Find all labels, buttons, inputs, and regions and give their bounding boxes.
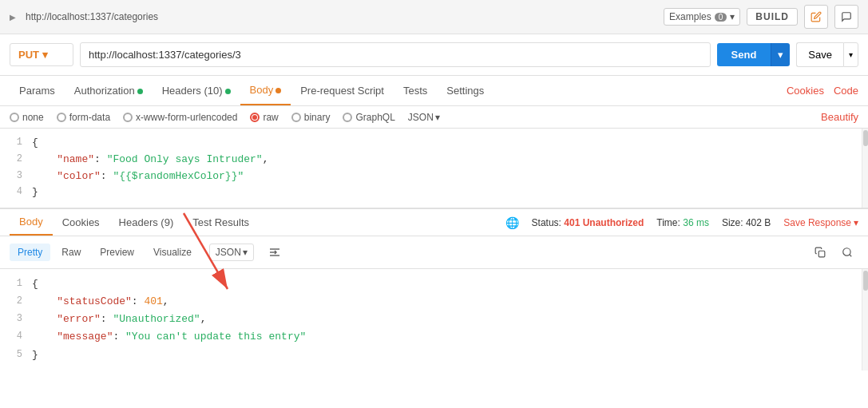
req-line-3: 3 "color": "{{$randomHexColor}}" xyxy=(0,168,868,185)
send-button[interactable]: Send xyxy=(717,43,771,66)
edit-icon-button[interactable] xyxy=(804,5,828,29)
examples-arrow-icon: ▾ xyxy=(730,11,735,22)
resp-tab-body[interactable]: Body xyxy=(10,209,53,236)
radio-form-data-circle xyxy=(57,113,66,122)
globe-icon: 🌐 xyxy=(505,216,519,229)
tabs-bar: Params Authorization Headers (10) Body P… xyxy=(0,76,868,106)
json-format-select[interactable]: JSON ▾ xyxy=(408,112,440,123)
resp-scroll-thumb xyxy=(863,271,868,291)
response-status: 🌐 Status: 401 Unauthorized Time: 36 ms S… xyxy=(505,216,858,229)
send-button-group: Send ▾ xyxy=(717,43,791,66)
build-button[interactable]: BUILD xyxy=(747,8,798,26)
radio-binary-circle xyxy=(291,113,301,122)
radio-urlencoded[interactable]: x-www-form-urlencoded xyxy=(123,112,237,123)
radio-graphql[interactable]: GraphQL xyxy=(343,112,394,123)
url-input[interactable] xyxy=(80,42,711,67)
size-value: 402 B xyxy=(746,217,771,228)
code-link[interactable]: Code xyxy=(834,85,858,97)
save-arrow-button[interactable]: ▾ xyxy=(843,42,858,67)
radio-raw-circle xyxy=(250,113,260,122)
send-arrow-button[interactable]: ▾ xyxy=(771,43,790,66)
examples-button[interactable]: Examples 0 ▾ xyxy=(664,8,740,26)
size-label: Size: 402 B xyxy=(722,217,771,228)
request-bar: PUT ▾ Send ▾ Save ▾ xyxy=(0,34,868,76)
save-button-group: Save ▾ xyxy=(796,42,858,67)
time-value: 36 ms xyxy=(683,217,709,228)
radio-graphql-circle xyxy=(343,113,352,122)
tab-body[interactable]: Body xyxy=(240,76,291,105)
request-body-code: 1 { 2 "name": "Food Only says Intruder",… xyxy=(0,129,868,209)
tab-params[interactable]: Params xyxy=(10,77,65,105)
copy-response-button[interactable] xyxy=(809,241,831,263)
tab-headers[interactable]: Headers (10) xyxy=(153,77,240,105)
beautify-button[interactable]: Beautify xyxy=(821,111,858,123)
tab-settings[interactable]: Settings xyxy=(437,77,493,105)
response-body-code: 1 { 2 "statusCode": 401, 3 "error": "Una… xyxy=(0,269,868,370)
method-label: PUT xyxy=(18,49,39,61)
resp-tab-cookies[interactable]: Cookies xyxy=(53,210,109,235)
resp-line-1: 1 { xyxy=(0,275,868,293)
top-bar: ▶ http://localhost:1337/categories Examp… xyxy=(0,0,868,34)
tabs-right: Cookies Code xyxy=(787,85,858,97)
resp-json-format-select[interactable]: JSON ▾ xyxy=(209,244,254,261)
json-arrow-icon: ▾ xyxy=(435,112,440,123)
tab-tests[interactable]: Tests xyxy=(394,77,437,105)
req-line-4: 4 } xyxy=(0,184,868,201)
req-scroll-bar[interactable] xyxy=(862,129,868,208)
tab-authorization[interactable]: Authorization xyxy=(65,77,153,105)
expand-arrow[interactable]: ▶ xyxy=(10,13,16,22)
response-view-bar: Pretty Raw Preview Visualize JSON ▾ xyxy=(0,236,868,269)
save-button[interactable]: Save xyxy=(796,42,843,67)
time-label: Time: 36 ms xyxy=(656,217,709,228)
req-line-2: 2 "name": "Food Only says Intruder", xyxy=(0,152,868,168)
cookies-link[interactable]: Cookies xyxy=(787,85,824,97)
resp-tab-test-results[interactable]: Test Results xyxy=(183,210,259,235)
resp-view-raw[interactable]: Raw xyxy=(54,244,89,261)
radio-none[interactable]: none xyxy=(10,112,44,123)
radio-form-data[interactable]: form-data xyxy=(57,112,110,123)
resp-tab-headers[interactable]: Headers (9) xyxy=(109,210,184,235)
req-line-1: 1 { xyxy=(0,135,868,152)
resp-view-preview[interactable]: Preview xyxy=(92,244,142,261)
body-type-bar: none form-data x-www-form-urlencoded raw… xyxy=(0,106,868,129)
resp-view-pretty[interactable]: Pretty xyxy=(10,244,50,261)
svg-rect-3 xyxy=(818,251,825,257)
auth-dot xyxy=(137,89,143,94)
resp-line-5: 5 } xyxy=(0,347,868,364)
headers-dot xyxy=(225,89,231,94)
tab-pre-request-script[interactable]: Pre-request Script xyxy=(291,77,394,105)
save-response-button[interactable]: Save Response ▾ xyxy=(783,217,858,228)
response-tabs-bar: Body Cookies Headers (9) Test Results 🌐 … xyxy=(0,209,868,236)
resp-line-2: 2 "statusCode": 401, xyxy=(0,293,868,311)
svg-line-5 xyxy=(850,255,852,257)
status-code: 401 Unauthorized xyxy=(564,217,644,228)
search-response-button[interactable] xyxy=(836,241,858,263)
radio-urlencoded-circle xyxy=(123,113,133,122)
resp-json-arrow-icon: ▾ xyxy=(243,247,248,258)
top-bar-url: http://localhost:1337/categories xyxy=(26,11,657,22)
method-arrow-icon: ▾ xyxy=(42,49,48,61)
wrap-lines-button[interactable] xyxy=(264,241,286,263)
save-response-arrow-icon: ▾ xyxy=(854,217,858,228)
resp-line-3: 3 "error": "Unauthorized", xyxy=(0,311,868,328)
radio-raw[interactable]: raw xyxy=(250,112,278,123)
response-icons xyxy=(809,241,858,263)
radio-binary[interactable]: binary xyxy=(291,112,331,123)
examples-count: 0 xyxy=(715,13,727,22)
resp-line-4: 4 "message": "You can't update this entr… xyxy=(0,328,868,346)
body-dot xyxy=(275,88,281,93)
resp-scroll-bar[interactable] xyxy=(862,269,868,370)
examples-label: Examples xyxy=(669,11,711,22)
radio-none-circle xyxy=(10,113,19,122)
method-select[interactable]: PUT ▾ xyxy=(10,43,73,66)
req-scroll-thumb xyxy=(863,130,868,146)
status-label: Status: 401 Unauthorized xyxy=(532,217,644,228)
resp-view-visualize[interactable]: Visualize xyxy=(145,244,200,261)
svg-point-4 xyxy=(843,248,850,255)
comment-icon-button[interactable] xyxy=(834,5,858,29)
